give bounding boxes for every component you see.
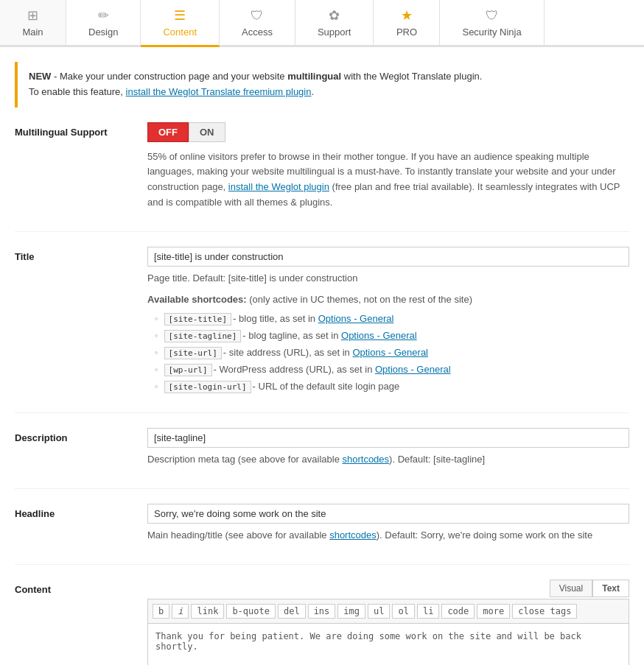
btn-b-quote[interactable]: b-quote xyxy=(226,604,276,619)
shortcode-site-login-url-desc: - URL of the default site login page xyxy=(253,381,400,392)
shortcodes-label: Available shortcodes: (only active in UC… xyxy=(147,292,629,308)
notice-link[interactable]: install the Weglot Translate freemium pl… xyxy=(126,86,312,97)
shortcode-site-title: [site-title] - blog title, as set in Opt… xyxy=(147,313,629,326)
title-help: Page title. Default: [site-title] is und… xyxy=(147,271,629,286)
shortcode-site-login-url: [site-login-url] - URL of the default si… xyxy=(147,381,629,393)
shortcode-site-tagline-desc: - blog tagline, as set in Options - Gene… xyxy=(242,330,416,341)
tab-pro-label: PRO xyxy=(396,27,417,38)
title-label: Title xyxy=(15,247,147,262)
btn-b[interactable]: b xyxy=(153,604,169,619)
shortcode-site-url-desc: - site address (URL), as set in Options … xyxy=(223,347,428,358)
tab-content-label: Content xyxy=(163,27,197,38)
btn-del[interactable]: del xyxy=(278,604,306,619)
tab-support-label: Support xyxy=(318,27,351,38)
description-help: Description meta tag (see above for avai… xyxy=(147,452,629,468)
tab-access-label: Access xyxy=(242,27,273,38)
title-row: Title Page title. Default: [site-title] … xyxy=(15,247,629,414)
options-general-link-1[interactable]: Options - General xyxy=(318,313,394,324)
btn-img[interactable]: img xyxy=(337,604,365,619)
btn-ins[interactable]: ins xyxy=(308,604,336,619)
access-icon: 🛡 xyxy=(251,8,264,24)
tab-content[interactable]: ☰ Content xyxy=(141,0,220,47)
tab-main[interactable]: ⊞ Main xyxy=(0,0,66,45)
shortcode-site-url: [site-url] - site address (URL), as set … xyxy=(147,347,629,359)
shortcode-site-tagline: [site-tagline] - blog tagline, as set in… xyxy=(147,330,629,342)
headline-field: Main heading/title (see above for availa… xyxy=(147,504,629,549)
content-textarea[interactable]: Thank you for being patient. We are doin… xyxy=(147,623,629,665)
main-icon: ⊞ xyxy=(27,7,38,24)
text-button[interactable]: Text xyxy=(592,580,629,597)
headline-input[interactable] xyxy=(147,504,629,524)
page-content: NEW - Make your under construction page … xyxy=(0,47,644,665)
options-general-link-2[interactable]: Options - General xyxy=(341,330,417,341)
toggle-off-button[interactable]: OFF xyxy=(147,122,189,142)
headline-shortcodes-link[interactable]: shortcodes xyxy=(329,529,377,541)
badge-wp-url: [wp-url] xyxy=(164,364,212,376)
editor-toolbar: b i link b-quote del ins img ul ol li co… xyxy=(147,599,629,623)
tab-design[interactable]: ✏ Design xyxy=(66,0,141,45)
design-icon: ✏ xyxy=(98,7,109,24)
tab-design-label: Design xyxy=(88,27,118,38)
btn-ul[interactable]: ul xyxy=(368,604,390,619)
notice-text: NEW - Make your under construction page … xyxy=(29,71,482,97)
weglot-link[interactable]: install the Weglot plugin xyxy=(228,181,329,192)
title-field: Page title. Default: [site-title] is und… xyxy=(147,247,629,398)
toggle-group: OFF ON xyxy=(147,122,629,142)
options-general-link-4[interactable]: Options - General xyxy=(375,364,451,375)
tab-security-ninja-label: Security Ninja xyxy=(462,27,521,38)
view-buttons: Visual Text xyxy=(147,580,629,597)
tab-access[interactable]: 🛡 Access xyxy=(220,0,295,45)
badge-site-url: [site-url] xyxy=(164,347,222,359)
badge-site-tagline: [site-tagline] xyxy=(164,330,242,342)
multilingual-field: OFF ON 55% of online visitors prefer to … xyxy=(147,122,629,217)
btn-code[interactable]: code xyxy=(441,604,475,619)
btn-li[interactable]: li xyxy=(417,604,439,619)
tab-bar: ⊞ Main ✏ Design ☰ Content 🛡 Access ✿ Sup… xyxy=(0,0,644,47)
shortcode-list: [site-title] - blog title, as set in Opt… xyxy=(147,313,629,393)
headline-help: Main heading/title (see above for availa… xyxy=(147,528,629,543)
pro-icon: ★ xyxy=(401,7,413,24)
shortcode-site-title-desc: - blog title, as set in Options - Genera… xyxy=(233,313,393,324)
notice-box: NEW - Make your under construction page … xyxy=(15,62,629,108)
btn-more[interactable]: more xyxy=(477,604,510,619)
tab-main-label: Main xyxy=(22,27,43,38)
description-row: Description Description meta tag (see ab… xyxy=(15,428,629,489)
btn-link[interactable]: link xyxy=(191,604,224,619)
badge-site-login-url: [site-login-url] xyxy=(164,381,251,393)
headline-label: Headline xyxy=(15,504,147,519)
btn-i[interactable]: i xyxy=(172,604,189,619)
tab-pro[interactable]: ★ PRO xyxy=(374,0,440,45)
content-row: Content Visual Text b i link b-quote del… xyxy=(15,580,629,665)
headline-row: Headline Main heading/title (see above f… xyxy=(15,504,629,565)
tab-security-ninja[interactable]: 🛡 Security Ninja xyxy=(440,0,544,45)
options-general-link-3[interactable]: Options - General xyxy=(352,347,428,358)
toggle-on-button[interactable]: ON xyxy=(189,122,225,142)
multilingual-description: 55% of online visitors prefer to browse … xyxy=(147,149,629,211)
security-ninja-icon: 🛡 xyxy=(486,8,499,24)
description-label: Description xyxy=(15,428,147,443)
visual-button[interactable]: Visual xyxy=(550,580,592,597)
support-icon: ✿ xyxy=(329,7,340,24)
btn-ol[interactable]: ol xyxy=(392,604,414,619)
multilingual-label: Multilingual Support xyxy=(15,122,147,138)
shortcode-wp-url: [wp-url] - WordPress address (URL), as s… xyxy=(147,364,629,376)
btn-close-tags[interactable]: close tags xyxy=(512,604,577,619)
shortcode-wp-url-desc: - WordPress address (URL), as set in Opt… xyxy=(214,364,451,375)
description-field: Description meta tag (see above for avai… xyxy=(147,428,629,474)
badge-site-title: [site-title] xyxy=(164,313,231,326)
description-shortcodes-link[interactable]: shortcodes xyxy=(342,454,389,465)
tab-support[interactable]: ✿ Support xyxy=(295,0,374,45)
title-input[interactable] xyxy=(147,247,629,267)
content-icon: ☰ xyxy=(174,7,186,24)
multilingual-row: Multilingual Support OFF ON 55% of onlin… xyxy=(15,122,629,232)
shortcodes-note: (only active in UC themes, not on the re… xyxy=(249,294,472,305)
content-label: Content xyxy=(15,580,147,595)
description-input[interactable] xyxy=(147,428,629,448)
content-field: Visual Text b i link b-quote del ins img… xyxy=(147,580,629,665)
